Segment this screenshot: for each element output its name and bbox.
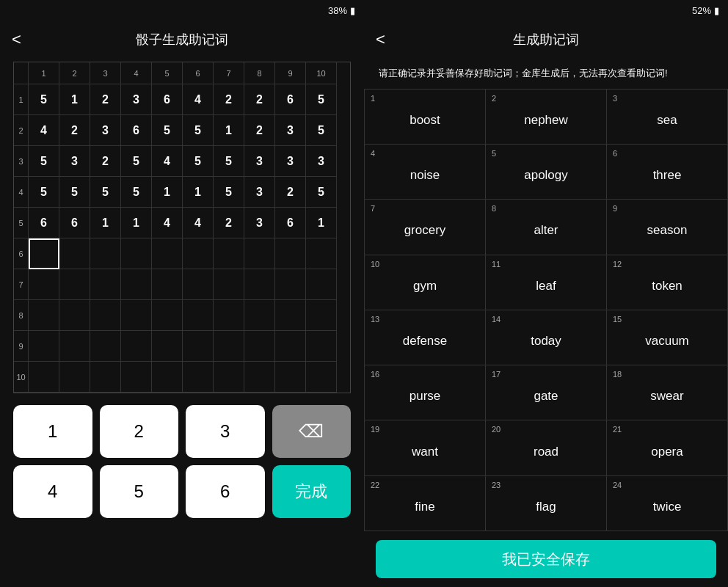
word-cell-2: 2nephew bbox=[486, 90, 607, 145]
word-text-21: opera bbox=[651, 445, 682, 459]
grid-cell-r2-c3: 3 bbox=[90, 115, 121, 146]
word-text-15: vacuum bbox=[645, 334, 689, 349]
key-2[interactable]: 2 bbox=[100, 405, 179, 458]
page-title-right: 生成助记词 bbox=[513, 31, 579, 48]
key-5[interactable]: 5 bbox=[100, 465, 179, 518]
col-header-4: 4 bbox=[121, 62, 152, 84]
word-cell-15: 15vacuum bbox=[607, 310, 728, 365]
grid-cell-r1-c3: 2 bbox=[90, 84, 121, 115]
row-header-9: 9 bbox=[14, 331, 29, 362]
grid-cell-r8-c4: 0 bbox=[121, 300, 152, 331]
grid-cell-r8-c5: 0 bbox=[152, 300, 183, 331]
word-text-4: noise bbox=[410, 168, 440, 183]
key-3[interactable]: 3 bbox=[186, 405, 265, 458]
row-header-6: 6 bbox=[14, 238, 29, 269]
grid-cell-r2-c4: 6 bbox=[121, 115, 152, 146]
col-header-5: 5 bbox=[152, 62, 183, 84]
word-text-22: fine bbox=[415, 500, 434, 514]
word-cell-13: 13defense bbox=[365, 310, 486, 365]
grid-cell-r3-c10: 3 bbox=[306, 146, 337, 177]
grid-cell-r6-c3: 0 bbox=[90, 238, 121, 269]
grid-cell-r7-c4: 0 bbox=[121, 269, 152, 300]
grid-cell-r1-c8: 2 bbox=[244, 84, 275, 115]
back-button-left[interactable]: < bbox=[12, 32, 21, 48]
grid-header-row: 1 2 3 4 5 6 7 8 9 10 bbox=[14, 62, 350, 84]
word-num-14: 14 bbox=[492, 315, 500, 324]
grid-cell-r9-c10: 0 bbox=[306, 331, 337, 362]
row-header-7: 7 bbox=[14, 269, 29, 300]
grid-cell-r3-c7: 5 bbox=[214, 146, 244, 177]
grid-cell-r6-c9: 0 bbox=[275, 238, 306, 269]
grid-row-5: 56611442361 bbox=[14, 208, 350, 238]
grid-cell-r10-c7: 0 bbox=[214, 362, 244, 393]
corner-spacer bbox=[14, 62, 29, 84]
word-text-13: defense bbox=[403, 334, 448, 349]
grid-cell-r10-c8: 0 bbox=[244, 362, 275, 393]
back-button-right[interactable]: < bbox=[376, 32, 385, 48]
grid-cell-r4-c10: 5 bbox=[306, 177, 337, 208]
keypad-row-1: 1 2 3 ⌫ bbox=[13, 405, 351, 458]
key-delete[interactable]: ⌫ bbox=[272, 405, 352, 458]
grid-cell-r9-c1: 0 bbox=[29, 331, 59, 362]
confirm-button[interactable]: 完成 bbox=[272, 465, 352, 518]
word-cell-9: 9season bbox=[607, 200, 728, 255]
word-num-23: 23 bbox=[492, 481, 500, 489]
key-1[interactable]: 1 bbox=[13, 405, 92, 458]
grid-rows: 1512364226524236551235353254553334555511… bbox=[14, 84, 350, 393]
word-text-2: nephew bbox=[524, 113, 568, 128]
keypad: 1 2 3 ⌫ 4 5 6 完成 bbox=[13, 405, 351, 518]
word-text-17: gate bbox=[534, 389, 558, 404]
word-num-19: 19 bbox=[371, 425, 379, 434]
grid-cell-r1-c1: 5 bbox=[29, 84, 59, 115]
key-6[interactable]: 6 bbox=[186, 465, 265, 518]
word-num-6: 6 bbox=[613, 149, 617, 158]
grid-cell-r6-c1: 0 bbox=[29, 238, 59, 269]
grid-cell-r8-c6: 0 bbox=[183, 300, 214, 331]
grid-row-10: 100000000000 bbox=[14, 362, 350, 393]
grid-cell-r8-c10: 0 bbox=[306, 300, 337, 331]
status-bar-right: 52% ▮ bbox=[364, 0, 728, 21]
grid-cell-r3-c8: 3 bbox=[244, 146, 275, 177]
grid-cell-r3-c6: 5 bbox=[183, 146, 214, 177]
word-cell-17: 17gate bbox=[486, 365, 607, 420]
grid-cell-r1-c6: 4 bbox=[183, 84, 214, 115]
grid-cell-r7-c3: 0 bbox=[90, 269, 121, 300]
grid-cell-r9-c9: 0 bbox=[275, 331, 306, 362]
word-num-10: 10 bbox=[371, 260, 379, 269]
word-num-7: 7 bbox=[371, 204, 375, 213]
grid-row-7: 70000000000 bbox=[14, 269, 350, 300]
grid-cell-r1-c5: 6 bbox=[152, 84, 183, 115]
word-text-1: boost bbox=[410, 113, 440, 128]
grid-cell-r5-c9: 6 bbox=[275, 208, 306, 238]
grid-cell-r8-c3: 0 bbox=[90, 300, 121, 331]
grid-cell-r6-c4: 0 bbox=[121, 238, 152, 269]
notice-text: 请正确记录并妥善保存好助记词；金库生成后，无法再次查看助记词! bbox=[364, 59, 728, 89]
grid-cell-r2-c6: 5 bbox=[183, 115, 214, 146]
word-cell-4: 4noise bbox=[365, 145, 486, 200]
word-num-2: 2 bbox=[492, 94, 496, 103]
word-num-21: 21 bbox=[613, 425, 622, 434]
grid-cell-r4-c6: 1 bbox=[183, 177, 214, 208]
word-num-9: 9 bbox=[613, 204, 617, 213]
grid-cell-r8-c7: 0 bbox=[214, 300, 244, 331]
status-bar-left: 38% ▮ bbox=[0, 0, 364, 21]
words-grid: 1boost2nephew3sea4noise5apology6three7gr… bbox=[364, 89, 728, 531]
right-panel: 52% ▮ < 生成助记词 请正确记录并妥善保存好助记词；金库生成后，无法再次查… bbox=[364, 0, 728, 587]
word-cell-22: 22fine bbox=[365, 476, 486, 531]
save-button[interactable]: 我已安全保存 bbox=[376, 540, 716, 578]
grid-cell-r7-c10: 0 bbox=[306, 269, 337, 300]
grid-cell-r10-c3: 0 bbox=[90, 362, 121, 393]
grid-cell-r5-c1: 6 bbox=[29, 208, 59, 238]
grid-cell-r4-c2: 5 bbox=[59, 177, 90, 208]
grid-cell-r9-c2: 0 bbox=[59, 331, 90, 362]
grid-cell-r4-c4: 5 bbox=[121, 177, 152, 208]
key-4[interactable]: 4 bbox=[13, 465, 92, 518]
battery-text-left: 38% bbox=[328, 5, 347, 16]
grid-cell-r2-c8: 2 bbox=[244, 115, 275, 146]
grid-cell-r6-c2: 0 bbox=[59, 238, 90, 269]
grid-cell-r7-c7: 0 bbox=[214, 269, 244, 300]
word-text-24: twice bbox=[653, 500, 682, 514]
grid-cell-r2-c1: 4 bbox=[29, 115, 59, 146]
word-text-8: alter bbox=[534, 223, 558, 238]
col-header-7: 7 bbox=[214, 62, 244, 84]
